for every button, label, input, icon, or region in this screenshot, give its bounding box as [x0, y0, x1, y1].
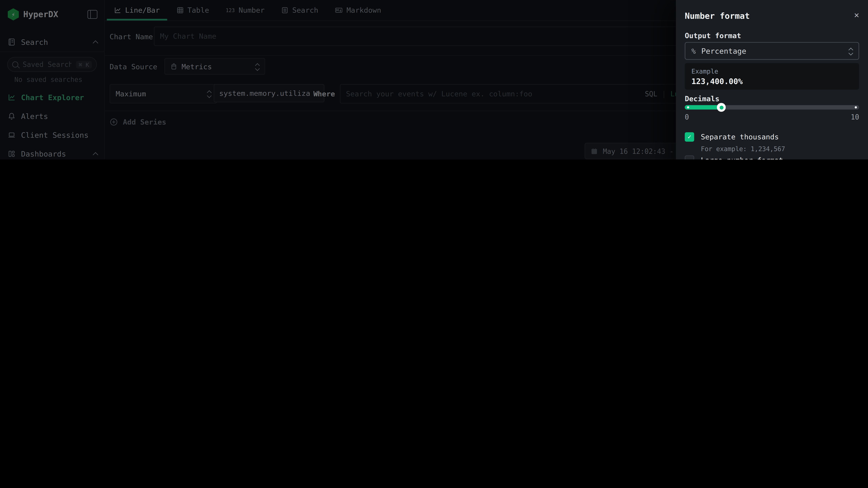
- example-label: Example: [691, 67, 852, 75]
- output-format-value: Percentage: [701, 46, 746, 55]
- checkbox-checked-icon[interactable]: ✓: [685, 132, 694, 142]
- slider-fill: [685, 105, 721, 109]
- separate-thousands-hint: For example: 1,234,567: [701, 145, 785, 153]
- select-chevrons-icon: [849, 47, 852, 55]
- number-format-panel: Number format ✕ Output format % Percenta…: [676, 0, 868, 159]
- app-window: ⚡ HyperDX Search Saved Searches ⌘ K No s…: [0, 0, 868, 159]
- slider-handle[interactable]: [717, 103, 726, 112]
- checkbox-unchecked-icon[interactable]: [685, 156, 694, 159]
- decimals-label: Decimals: [685, 95, 719, 103]
- large-number-option[interactable]: Large number format: [685, 156, 859, 159]
- slider-max-mark: [855, 106, 857, 108]
- decimals-min-label: 0: [685, 113, 689, 121]
- decimals-slider[interactable]: [685, 105, 859, 109]
- example-value: 123,400.00%: [691, 77, 852, 86]
- percent-icon: %: [691, 47, 696, 55]
- format-example-box: Example 123,400.00%: [685, 63, 859, 90]
- decimals-max-label: 10: [851, 113, 859, 121]
- panel-title: Number format: [685, 11, 750, 21]
- large-number-label: Large number format: [701, 156, 783, 159]
- output-format-label: Output format: [685, 31, 741, 40]
- separate-thousands-label: Separate thousands: [701, 133, 779, 141]
- slider-min-mark: [687, 106, 689, 108]
- close-icon[interactable]: ✕: [854, 10, 859, 20]
- separate-thousands-option[interactable]: ✓ Separate thousands: [685, 132, 859, 142]
- output-format-select[interactable]: % Percentage: [685, 42, 859, 60]
